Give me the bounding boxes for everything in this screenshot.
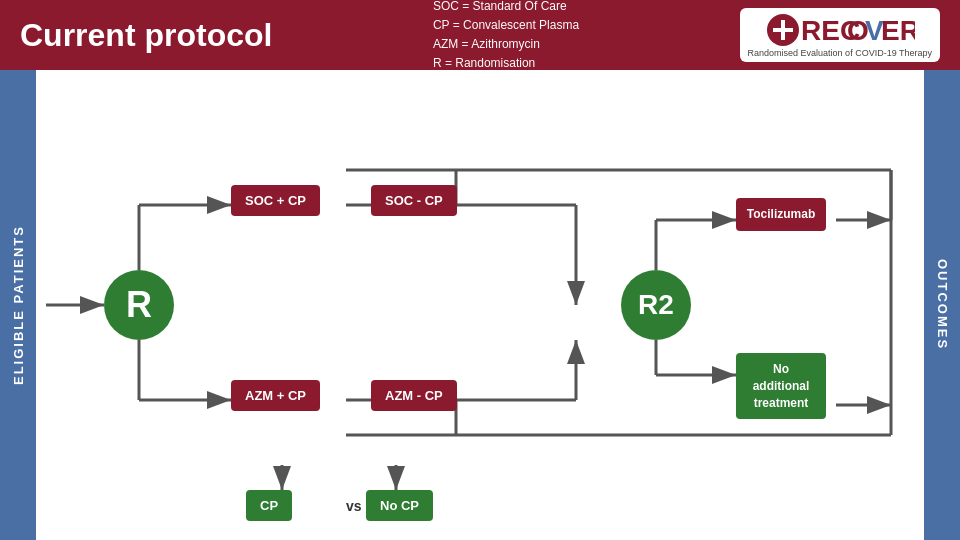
legend-line1: SOC = Standard Of Care — [433, 0, 579, 16]
no-cp-box: No CP — [366, 490, 433, 521]
legend: SOC = Standard Of Care CP = Convalescent… — [433, 0, 579, 73]
header: Current protocol SOC = Standard Of Care … — [0, 0, 960, 70]
outcomes-label: OUTCOMES — [924, 70, 960, 540]
page-title: Current protocol — [20, 17, 272, 54]
svg-text:ERY: ERY — [881, 15, 915, 46]
no-treatment-text: Noadditionaltreatment — [753, 362, 810, 410]
soc-cp-box: SOC + CP — [231, 185, 320, 216]
vs-label: vs — [346, 498, 362, 514]
cp-box: CP — [246, 490, 292, 521]
soc-minus-cp-box: SOC - CP — [371, 185, 457, 216]
legend-line3: AZM = Azithromycin — [433, 35, 579, 54]
no-treatment-box: Noadditionaltreatment — [736, 353, 826, 419]
eligible-patients-label: ELIGIBLE PATIENTS — [0, 70, 36, 540]
r2-circle: R2 — [621, 270, 691, 340]
tocilizumab-box: Tocilizumab — [736, 198, 826, 231]
recovery-logo-svg: REC O V ERY — [765, 12, 915, 48]
recovery-logo: REC O V ERY Randomised Evaluation of COV… — [740, 8, 940, 63]
azm-cp-box: AZM + CP — [231, 380, 320, 411]
azm-minus-cp-box: AZM - CP — [371, 380, 457, 411]
main-content: ELIGIBLE PATIENTS — [0, 70, 960, 540]
r1-circle: R — [104, 270, 174, 340]
diagram-area: R SOC + CP SOC - CP AZM + CP AZM - CP R2… — [36, 70, 924, 540]
logo-subtitle: Randomised Evaluation of COVID-19 Therap… — [748, 48, 932, 59]
legend-line2: CP = Convalescent Plasma — [433, 16, 579, 35]
